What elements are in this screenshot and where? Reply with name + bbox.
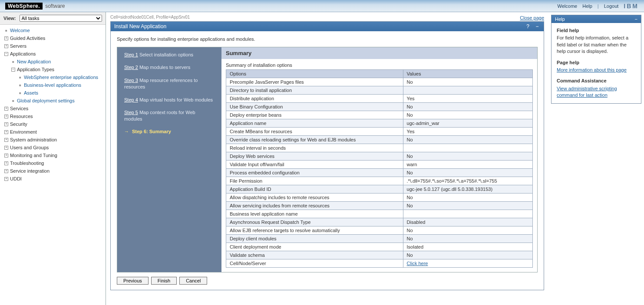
banner-left: WebSphere. software [5,3,65,10]
col-values: Values [403,70,532,78]
table-row: Distribute applicationYes [226,95,533,103]
table-row: Deploy client modulesNo [226,235,533,243]
sidebar-item-websphere-apps[interactable]: ■WebSphere enterprise applications [0,73,106,81]
close-page-link[interactable]: Close page [520,15,544,20]
expand-icon[interactable]: + [4,169,8,173]
install-app-panel: Install New Application ? − Specify opti… [110,21,544,290]
sidebar-item-services[interactable]: +Services [0,105,106,112]
option-cell: Directory to install application [226,86,403,95]
expand-icon[interactable]: + [4,161,8,165]
value-cell: .*\.dll=755#.*\.so=755#.*\.a=755#.*\.sl=… [403,177,532,185]
table-row: File Permission.*\.dll=755#.*\.so=755#.*… [226,177,533,185]
option-cell: Reload interval in seconds [226,144,403,152]
expand-icon[interactable]: + [4,44,8,48]
option-cell: Business level application name [226,210,403,218]
option-cell: Cell/Node/Server [226,259,403,268]
value-cell: No [403,251,532,259]
step-2[interactable]: Step 2 Map modules to servers [124,64,215,71]
cancel-button[interactable]: Cancel [179,277,207,285]
sidebar-item-security[interactable]: +Security [0,120,106,128]
summary-panel: Summary Summary of installation options … [221,47,537,272]
sidebar-item-users-groups[interactable]: +Users and Groups [0,144,106,151]
value-cell: No [403,78,532,86]
sidebar-item-sysadmin[interactable]: +System administration [0,136,106,144]
collapse-icon[interactable]: − [4,52,8,56]
option-cell: Allow EJB reference targets to resolve a… [226,226,403,235]
sidebar-item-applications[interactable]: −Applications [0,50,106,58]
value-cell: Yes [403,95,532,103]
view-select[interactable]: All tasks [20,15,102,22]
help-icon[interactable]: ? [525,23,531,30]
page-help-link[interactable]: More information about this page [557,67,627,72]
value-cell: ugc-admin_war [403,119,532,128]
sidebar-item-service-integration[interactable]: +Service integration [0,167,106,175]
value-cell: warn [403,161,532,169]
sidebar-item-uddi[interactable]: +UDDI [0,175,106,183]
summary-subtitle: Summary of installation options [221,59,537,69]
table-row: Process embedded configurationNo [226,169,533,177]
option-cell: Validate schema [226,251,403,259]
option-cell: Allow servicing includes from remote res… [226,202,403,210]
field-help-heading: Field help [557,27,636,34]
expand-icon[interactable]: + [4,122,8,126]
value-cell: Isolated [403,243,532,251]
value-cell: No [403,235,532,243]
step-6-current: Step 6: Summary [124,129,215,134]
cmd-assist-heading: Command Assistance [557,78,636,84]
breadcrumb: Cell=sidrotNode01Cell, Profile=AppSrv01 [110,15,190,20]
option-cell: Create MBeans for resources [226,128,403,136]
sidebar-item-global-deploy[interactable]: ■Global deployment settings [0,97,106,105]
expand-icon[interactable]: + [4,130,8,134]
step-3[interactable]: Step 3 Map resource references to resour… [124,77,215,91]
sidebar-item-resources[interactable]: +Resources [0,112,106,120]
help-link[interactable]: Help [582,3,592,9]
expand-icon[interactable]: + [4,177,8,181]
sidebar-item-troubleshooting[interactable]: +Troubleshooting [0,159,106,167]
field-help-text: For field help information, select a fie… [557,35,636,55]
option-cell: File Permission [226,177,403,185]
sidebar-item-environment[interactable]: +Environment [0,128,106,136]
expand-icon[interactable]: + [4,154,8,157]
cmd-assist-link[interactable]: View administrative scripting command fo… [557,86,617,98]
expand-icon[interactable]: + [4,146,8,150]
sidebar-item-servers[interactable]: +Servers [0,42,106,50]
minimize-icon[interactable]: − [635,16,637,22]
sidebar-item-business-apps[interactable]: ■Business-level applications [0,81,106,89]
main-content: Cell=sidrotNode01Cell, Profile=AppSrv01 … [106,12,548,305]
step-4[interactable]: Step 4 Map virtual hosts for Web modules [124,97,215,103]
sidebar-item-assets[interactable]: ■Assets [0,89,106,97]
click-here-link[interactable]: Click here [407,261,428,266]
expand-icon[interactable]: + [4,36,8,40]
summary-heading: Summary [221,47,537,59]
option-cell: Validate Input off/warn/fail [226,161,403,169]
table-row: Allow dispatching includes to remote res… [226,193,533,202]
minimize-icon[interactable]: − [534,23,540,30]
sidebar-item-new-application[interactable]: ■New Application [0,58,106,66]
top-banner: WebSphere. software Welcome Help | Logou… [0,0,644,12]
expand-icon[interactable]: + [4,107,8,111]
value-cell: No [403,202,532,210]
option-cell: Deploy enterprise beans [226,111,403,119]
page-help-heading: Page help [557,59,636,66]
sidebar-item-monitoring[interactable]: +Monitoring and Tuning [0,151,106,159]
sidebar-item-welcome[interactable]: ■Welcome [0,26,106,34]
previous-button[interactable]: Previous [117,277,149,285]
logout-link[interactable]: Logout [604,3,619,9]
help-header: Help − [552,15,641,23]
step-5[interactable]: Step 5 Map context roots for Web modules [124,109,215,123]
table-row: Create MBeans for resourcesYes [226,128,533,136]
value-cell: No [403,136,532,144]
option-cell: Application Build ID [226,185,403,193]
expand-icon[interactable]: + [4,138,8,142]
finish-button[interactable]: Finish [151,277,177,285]
sidebar-item-guided-activities[interactable]: +Guided Activities [0,34,106,42]
nav-tree: ■Welcome +Guided Activities +Servers −Ap… [0,25,106,184]
view-selector-bar: View: All tasks [0,12,106,25]
expand-icon[interactable]: + [4,115,8,118]
collapse-icon[interactable]: − [11,68,15,72]
option-cell: Precompile JavaServer Pages files [226,78,403,86]
sidebar-item-application-types[interactable]: −Application Types [0,66,106,73]
value-cell: No [403,103,532,111]
step-1[interactable]: Step 1 Select installation options [124,52,215,58]
panel-header: Install New Application ? − [111,22,544,31]
